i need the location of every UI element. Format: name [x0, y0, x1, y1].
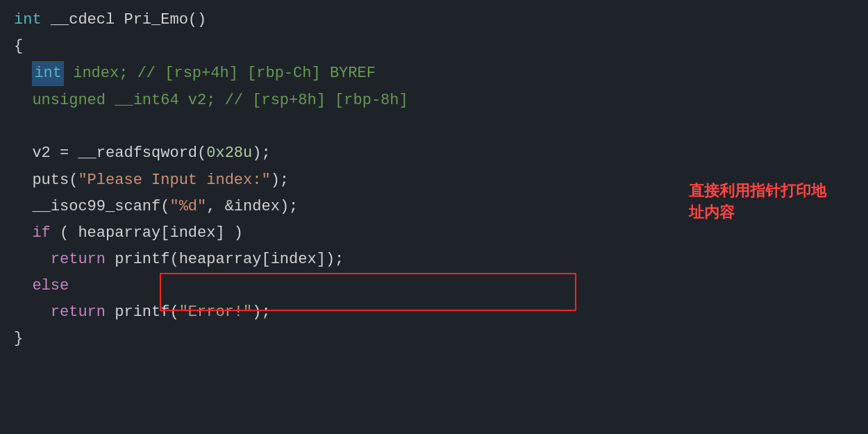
- indent1: [14, 89, 32, 112]
- keyword-return1: return: [51, 248, 106, 272]
- annotation-line1: 直接利用指针打印地: [689, 182, 826, 199]
- indent1: [14, 222, 32, 245]
- func-sig: __cdecl Pri_Emo(): [42, 8, 207, 32]
- code-line-2: {: [0, 33, 868, 60]
- keyword-if: if: [32, 222, 50, 245]
- code-line-3: int index; // [rsp+4h] [rbp-Ch] BYREF: [0, 60, 868, 87]
- close-brace: }: [14, 327, 23, 351]
- scanf-call: __isoc99_scanf(: [32, 195, 169, 219]
- indent1: [14, 274, 32, 298]
- keyword-return2: return: [51, 301, 106, 324]
- open-brace: {: [14, 35, 23, 58]
- code-container: int __cdecl Pri_Emo() { int index; // [r…: [0, 0, 868, 434]
- annotation-line2: 址内容: [689, 203, 735, 221]
- code-line-11: else: [0, 273, 868, 299]
- code-line-5: [0, 114, 868, 140]
- indent1: [14, 195, 32, 219]
- code-line-4: unsigned __int64 v2; // [rsp+8h] [rbp-8h…: [0, 87, 868, 114]
- blank: [14, 115, 23, 139]
- code-line-6: v2 = __readfsqword(0x28u);: [0, 140, 868, 167]
- string-error: "Error!": [179, 301, 253, 324]
- keyword-else: else: [32, 274, 69, 298]
- indent1: [14, 142, 32, 165]
- scanf-args: , &index);: [206, 195, 298, 219]
- string-please-input: "Please Input index:": [78, 169, 270, 192]
- puts-close: );: [271, 169, 289, 192]
- indent1: [14, 169, 32, 192]
- var-v2-comment: unsigned __int64 v2; // [rsp+8h] [rbp-8h…: [32, 89, 408, 112]
- code-line-9: if ( heaparray[index] ): [0, 220, 868, 247]
- var-index-comment: index; // [rsp+4h] [rbp-Ch] BYREF: [64, 62, 376, 85]
- code-line-1: int __cdecl Pri_Emo(): [0, 7, 868, 33]
- printf-close: );: [252, 301, 270, 324]
- indent2: [14, 301, 51, 324]
- printf-error: printf(: [106, 301, 179, 324]
- printf-heaparray: printf(heaparray[index]);: [106, 248, 344, 272]
- code-line-13: }: [0, 326, 868, 352]
- indent2: [14, 248, 51, 272]
- v2-assign: v2 = __readfsqword(: [32, 142, 206, 165]
- indent1: [14, 62, 32, 85]
- annotation: 直接利用指针打印地 址内容: [689, 181, 826, 224]
- code-line-10: return printf(heaparray[index]);: [0, 247, 868, 273]
- string-format: "%d": [169, 195, 206, 219]
- puts-call: puts(: [32, 169, 78, 192]
- if-condition: ( heaparray[index] ): [51, 222, 243, 245]
- keyword-int-highlight: int: [32, 61, 64, 86]
- close-paren1: );: [252, 142, 270, 165]
- code-line-12: return printf("Error!");: [0, 299, 868, 326]
- keyword-int: int: [14, 8, 42, 32]
- hex-literal: 0x28u: [206, 142, 252, 165]
